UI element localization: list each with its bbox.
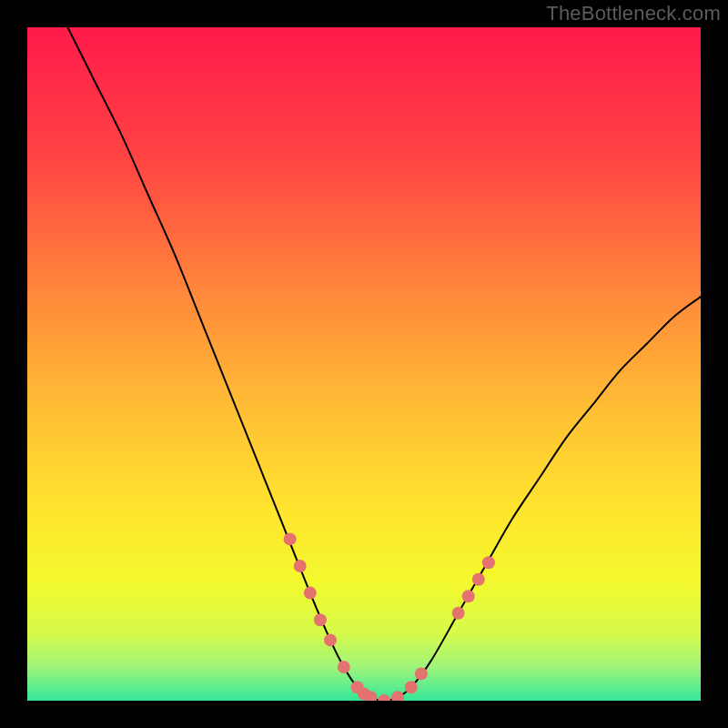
- highlight-dot: [462, 590, 475, 602]
- highlight-dot: [338, 661, 350, 673]
- highlight-dot: [304, 587, 317, 600]
- highlight-dot: [472, 573, 485, 586]
- chart-svg: [27, 27, 701, 701]
- highlight-dot: [324, 633, 337, 646]
- highlight-dot: [294, 560, 307, 572]
- highlight-dot: [405, 681, 418, 693]
- plot-area: [27, 27, 701, 701]
- highlight-dot: [284, 532, 297, 545]
- chart-frame: TheBottleneck.com: [0, 0, 728, 728]
- gradient-background: [27, 27, 701, 701]
- highlight-dot: [482, 556, 495, 569]
- watermark-text: TheBottleneck.com: [546, 2, 721, 25]
- highlight-dot: [314, 613, 327, 626]
- highlight-dot: [452, 607, 465, 620]
- highlight-dot: [415, 667, 428, 680]
